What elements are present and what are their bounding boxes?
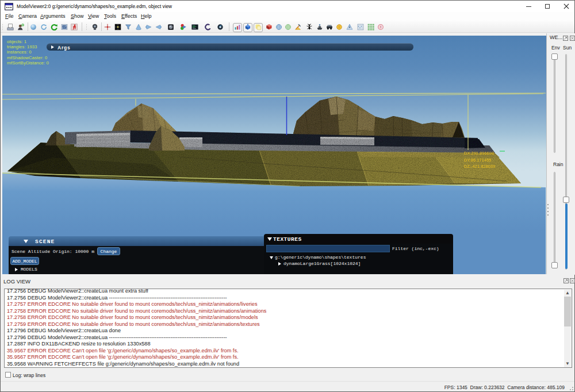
svg-text:8: 8 (380, 25, 382, 29)
